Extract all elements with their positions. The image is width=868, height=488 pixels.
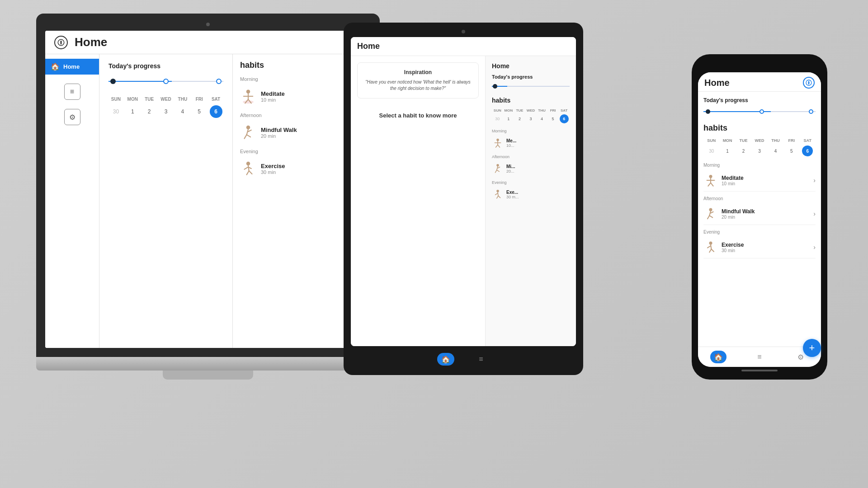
phone-exercise-left: Exercise 30 min	[703, 240, 744, 254]
fab-add-button[interactable]: +	[803, 339, 821, 357]
laptop-stand	[163, 371, 253, 380]
tablet-calendar-dates: 30 1 2 3 4 5 6	[492, 114, 570, 123]
tablet-habit-exercise[interactable]: Exe... 30 m...	[492, 186, 570, 202]
exercise-info: Exercise 30 min	[261, 163, 285, 175]
svg-line-26	[497, 170, 500, 171]
tablet-nav-list[interactable]: ≡	[472, 353, 490, 366]
progress-dot-start	[110, 79, 116, 84]
p-date-2[interactable]: 2	[738, 145, 749, 156]
progress-line-filled	[108, 81, 172, 82]
phone-walk-info: Mindful Walk 20 min	[722, 208, 755, 220]
tablet-habits-title: habits	[492, 97, 570, 104]
svg-point-18	[496, 139, 499, 141]
t-date-4[interactable]: 4	[538, 114, 547, 123]
cal-date-4[interactable]: 4	[176, 105, 189, 118]
walk-name: Mindful Walk	[261, 127, 297, 133]
cal-date-6-active[interactable]: 6	[210, 105, 222, 118]
p-cal-mon: MON	[719, 138, 735, 143]
tablet-dot-start	[493, 84, 497, 89]
laptop-main-content: Today's progress SUN	[99, 54, 371, 348]
p-date-5[interactable]: 5	[786, 145, 797, 156]
phone-logo-icon	[803, 77, 815, 89]
tablet-app-title: Home	[357, 42, 380, 51]
svg-line-31	[498, 196, 500, 197]
phone-evening-label: Evening	[703, 230, 816, 235]
svg-line-41	[708, 216, 709, 219]
cal-date-30[interactable]: 30	[109, 105, 122, 118]
cal-date-3[interactable]: 3	[160, 105, 172, 118]
phone-home-bar	[741, 370, 778, 371]
tablet-meditate-duration: 10...	[506, 143, 516, 148]
t-cal-mon: MON	[503, 108, 514, 113]
tablet-inner: Inspiration "Have you ever noticed how '…	[351, 56, 576, 346]
sidebar-home-label: Home	[63, 63, 80, 70]
svg-point-1	[243, 100, 254, 103]
phone-walk-left: Mindful Walk 20 min	[703, 206, 755, 221]
cal-label-tue: TUE	[142, 97, 157, 102]
phone-progress-title: Today's progress	[703, 97, 816, 103]
phone-inner: Home Today's progress	[698, 72, 821, 367]
svg-line-47	[711, 249, 714, 252]
t-date-30[interactable]: 30	[493, 114, 502, 123]
progress-title: Today's progress	[108, 62, 223, 70]
phone-habit-meditate[interactable]: Meditate 10 min ›	[703, 169, 816, 192]
cal-date-5[interactable]: 5	[193, 105, 206, 118]
svg-line-37	[708, 183, 711, 186]
tablet-progress-title: Today's progress	[492, 74, 570, 80]
p-date-3[interactable]: 3	[754, 145, 765, 156]
sidebar-item-home[interactable]: 🏠 Home	[45, 59, 99, 75]
cal-date-2[interactable]: 2	[143, 105, 156, 118]
phone-meditate-info: Meditate 10 min	[722, 175, 744, 186]
sidebar-item-settings[interactable]: ⚙	[64, 109, 80, 125]
phone-exercise-chevron: ›	[813, 244, 816, 251]
svg-line-13	[248, 165, 249, 171]
p-date-6[interactable]: 6	[802, 145, 813, 156]
svg-point-28	[496, 190, 499, 192]
p-date-4[interactable]: 4	[770, 145, 781, 156]
t-cal-fri: FRI	[547, 108, 559, 113]
p-date-30[interactable]: 30	[706, 145, 717, 156]
svg-line-9	[245, 135, 247, 139]
p-cal-thu: THU	[768, 138, 783, 143]
tablet-device: Home Inspiration "Have you ever noticed …	[344, 23, 583, 375]
laptop-screen: Home 🏠 Home ≡ ⚙	[45, 31, 371, 348]
t-date-6[interactable]: 6	[560, 114, 569, 123]
tablet-exercise-info: Exe... 30 m...	[506, 190, 519, 199]
meditate-icon	[240, 88, 256, 104]
t-cal-sat: SAT	[558, 108, 570, 113]
tablet-progress-section: Today's progress	[492, 74, 570, 89]
t-date-3[interactable]: 3	[526, 114, 535, 123]
svg-line-10	[247, 135, 251, 137]
phone-screen: Home Today's progress	[698, 72, 821, 367]
tablet-meditate-info: Me... 10...	[506, 138, 516, 148]
tablet-habit-walk[interactable]: Mi... 20...	[492, 160, 570, 177]
cal-label-thu: THU	[175, 97, 190, 102]
p-date-1[interactable]: 1	[722, 145, 733, 156]
phone-nav-home[interactable]: 🏠	[710, 351, 726, 363]
tablet-habit-meditate[interactable]: Me... 10...	[492, 135, 570, 151]
svg-line-16	[245, 167, 249, 169]
phone-nav-list[interactable]: ≡	[751, 351, 768, 363]
phone-exercise-duration: 30 min	[722, 248, 744, 253]
phone-walk-chevron: ›	[813, 210, 816, 217]
tablet-left-panel: Inspiration "Have you ever noticed how '…	[351, 56, 486, 346]
svg-line-25	[495, 170, 497, 173]
phone-walk-icon	[703, 206, 718, 221]
sidebar-item-list[interactable]: ≡	[64, 84, 80, 100]
t-date-2[interactable]: 2	[515, 114, 524, 123]
svg-point-7	[246, 126, 250, 130]
tablet-bottom-nav: 🏠 ≡	[351, 351, 576, 368]
t-date-1[interactable]: 1	[504, 114, 513, 123]
tablet-evening-label: Evening	[492, 180, 570, 185]
svg-line-38	[711, 183, 713, 186]
cal-date-1[interactable]: 1	[126, 105, 139, 118]
t-cal-wed: WED	[525, 108, 537, 113]
calendar-dates: 30 1 2 3 4 5 6	[108, 105, 223, 118]
tablet-nav-home[interactable]: 🏠	[437, 353, 454, 366]
cal-label-sat: SAT	[208, 97, 223, 102]
meditate-duration: 10 min	[261, 97, 285, 103]
phone-dot-start	[706, 109, 710, 114]
phone-habit-walk[interactable]: Mindful Walk 20 min ›	[703, 203, 816, 225]
phone-habit-exercise[interactable]: Exercise 30 min ›	[703, 236, 816, 258]
t-date-5[interactable]: 5	[548, 114, 557, 123]
